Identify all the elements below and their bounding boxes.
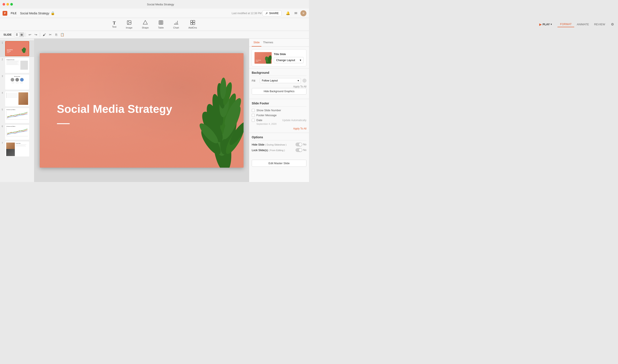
slide-panel: 1 Social MediaStrategy	[0, 39, 34, 182]
tab-themes[interactable]: Themes	[261, 39, 275, 47]
apply-all-bg-link[interactable]: Apply To All	[293, 85, 306, 88]
apply-all-bg: Apply To All	[252, 85, 306, 88]
notifications-icon[interactable]: 🔔	[285, 10, 291, 16]
email-icon[interactable]: ✉	[293, 10, 299, 16]
text-label: Text	[112, 26, 116, 28]
slide-num-6: 6	[2, 125, 4, 128]
user-avatar[interactable]: U	[301, 10, 306, 16]
slide-thumb-2[interactable]: 2 Company Overview	[0, 57, 34, 74]
background-section: Background Fill Follow Layout ▾ Apply To…	[252, 71, 306, 97]
date-checkbox[interactable]	[252, 119, 255, 122]
slide-preview-3: Meet the Team	[5, 75, 29, 90]
show-slide-number-checkbox[interactable]	[252, 109, 255, 112]
cut-icon[interactable]: ✂	[47, 32, 53, 38]
fill-label: Fill	[252, 79, 258, 82]
paint-format-icon[interactable]: 🖌	[41, 32, 47, 38]
slide-thumb-7[interactable]: 7 Content Style	[0, 141, 34, 157]
top-right-icons: 🔔 ✉ U	[285, 10, 306, 16]
app-title: Social Media Strategy	[147, 3, 174, 6]
maximize-button[interactable]	[10, 3, 13, 6]
main-layout: 1 Social MediaStrategy	[0, 39, 309, 182]
chart-icon	[174, 20, 179, 26]
date-label: Date	[256, 118, 280, 122]
plant-decoration	[175, 60, 244, 168]
change-layout-button[interactable]: Change Layout ▾	[274, 57, 304, 63]
slide-footer-title: Slide Footer	[252, 102, 269, 105]
image-label: Image	[126, 26, 132, 29]
file-menu-button[interactable]: FILE	[9, 11, 18, 16]
hide-background-button[interactable]: Hide Background Graphics	[252, 88, 306, 94]
slide-thumb-6[interactable]: 6 Performance by Platform	[0, 124, 34, 141]
slide-preview-6: Performance by Platform	[5, 125, 29, 140]
redo-icon[interactable]: ↪	[33, 32, 39, 38]
lock-slide-row: Lock Slide(s) ( From Editing ) No	[252, 148, 306, 152]
right-panel: Slide Themes Social Media	[249, 39, 309, 182]
color-picker-dot[interactable]	[302, 79, 306, 82]
svg-rect-15	[193, 23, 195, 25]
svg-marker-2	[143, 20, 147, 24]
editor-area: Social Media Strategy	[34, 39, 249, 182]
title-bar: Social Media Strategy	[0, 0, 309, 9]
fill-dropdown-chevron-icon: ▾	[298, 79, 299, 82]
insert-image[interactable]: Image	[124, 19, 135, 30]
layout-title-label: Title Slide	[274, 53, 304, 56]
footer-message-checkbox[interactable]	[252, 114, 255, 117]
slide-num-7: 7	[2, 142, 4, 144]
options-section-header: Options	[252, 135, 306, 140]
slide-num-3: 3	[2, 75, 4, 78]
last-modified: Last modified at 12:38 PM	[232, 12, 261, 15]
hide-slide-no-label: No	[303, 143, 306, 146]
apply-all-footer-link[interactable]: Apply To All	[293, 127, 306, 130]
background-title: Background	[252, 71, 269, 74]
minimize-button[interactable]	[6, 3, 9, 6]
hide-slide-toggle-pill[interactable]	[295, 143, 302, 146]
tab-slide[interactable]: Slide	[252, 39, 261, 47]
table-icon	[158, 20, 164, 26]
fill-option-label: Follow Layout	[262, 79, 278, 82]
slide-thumb-4[interactable]: 4	[0, 91, 34, 107]
insert-addons[interactable]: AddOns	[186, 19, 199, 30]
slide-thumb-3[interactable]: 3 Meet the Team	[0, 74, 34, 91]
paste-icon[interactable]: 📋	[59, 32, 65, 38]
slide-num-2: 2	[2, 58, 4, 61]
show-slide-number-label: Show Slide Number	[256, 109, 306, 112]
hide-slide-toggle-handle	[299, 143, 302, 146]
insert-table[interactable]: Table	[156, 19, 166, 30]
insert-text[interactable]: T Text	[110, 20, 118, 29]
svg-rect-13	[193, 20, 195, 22]
hide-slide-toggle: No	[295, 143, 306, 146]
undo-icon[interactable]: ↩	[27, 32, 33, 38]
edit-master-slide-button[interactable]: Edit Master Slide	[252, 160, 306, 167]
background-section-header: Background	[252, 71, 306, 76]
hide-slide-sub: ( During Slideshow )	[265, 143, 287, 146]
addons-icon	[190, 20, 195, 26]
fill-dropdown[interactable]: Follow Layout ▾	[260, 78, 301, 83]
grid-view-btn[interactable]: ⊞	[19, 33, 24, 37]
copy-icon[interactable]: ⎘	[54, 32, 59, 38]
slide-preview-7: Content Style	[5, 142, 29, 156]
slide-num-5: 5	[2, 108, 4, 111]
insert-chart[interactable]: Chart	[171, 19, 181, 30]
slide-button[interactable]: SLIDE	[2, 32, 13, 37]
presentation-title: Social Media Strategy 🔒	[20, 11, 55, 15]
view-toggle: ☰ ⊞	[14, 32, 24, 37]
layout-preview-btn-area: Title Slide Change Layout ▾	[274, 53, 304, 63]
insert-toolbar: T Text Image Shape Table	[0, 18, 309, 31]
slide-thumb-1[interactable]: 1 Social MediaStrategy	[0, 40, 34, 57]
shape-icon	[143, 20, 148, 26]
lock-slide-sub: ( From Editing )	[269, 149, 285, 152]
lock-slide-toggle-pill[interactable]	[295, 148, 302, 152]
close-button[interactable]	[2, 3, 5, 6]
list-view-btn[interactable]: ☰	[14, 33, 19, 37]
date-row: Date Update Automatically	[252, 118, 306, 122]
divider	[26, 33, 26, 37]
insert-shape[interactable]: Shape	[140, 19, 151, 30]
slide-preview-4	[5, 91, 29, 106]
top-toolbar: P FILE Social Media Strategy 🔒 Last modi…	[0, 9, 309, 18]
share-button[interactable]: ↗ SHARE	[262, 10, 282, 16]
update-auto-label: Update Automatically	[282, 119, 306, 122]
apply-all-footer: Apply To All	[252, 127, 306, 130]
slide-thumb-5[interactable]: 5 Performance by Platform	[0, 107, 34, 124]
svg-point-1	[128, 21, 129, 22]
layout-preview-container: Social Media Title Slide Change Layout ▾	[252, 49, 306, 66]
